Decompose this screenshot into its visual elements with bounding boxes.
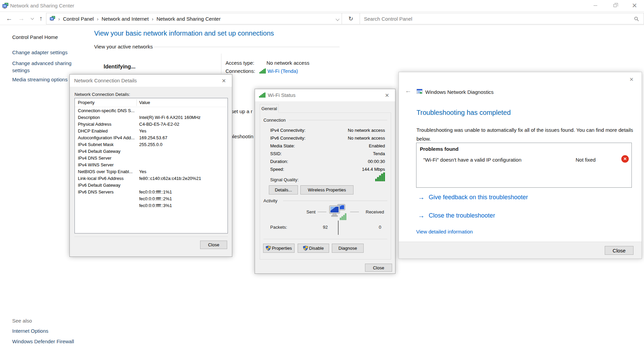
row-value: No network access: [348, 136, 385, 141]
row-value: Yes: [139, 169, 146, 174]
diagnostics-close-button[interactable]: Close: [605, 246, 634, 255]
back-icon: ←: [6, 15, 13, 22]
activity-group-label: Activity: [263, 198, 277, 203]
dialog-title: Wi-Fi Status: [268, 92, 296, 98]
row-value: fec0:0:0:ffff::3%1: [139, 203, 172, 208]
column-value[interactable]: Value: [139, 100, 150, 105]
row-value: fe80::c140:c62a:c41b:2e20%21: [139, 176, 201, 181]
access-type-value: No network access: [266, 60, 309, 66]
back-button[interactable]: ←: [4, 12, 14, 25]
row-value: 00:00:30: [368, 159, 385, 164]
buttons-separator: [263, 239, 387, 239]
breadcrumb-network-and-internet[interactable]: Network and Internet: [102, 16, 149, 22]
view-detailed-information-link[interactable]: View detailed information: [416, 229, 473, 234]
sidebar-item-control-panel-home[interactable]: Control Panel Home: [12, 34, 58, 40]
row-property: DHCP Enabled: [78, 128, 108, 134]
network-activity-icon: [328, 203, 348, 221]
table-row[interactable]: IPv6 DNS Serversfec0:0:0:ffff::1%1: [75, 188, 228, 195]
signal-quality-icon: [375, 172, 385, 181]
diagnostics-app-icon: [416, 88, 423, 95]
dialog-title-bar: Network Connection Details ×: [70, 75, 232, 87]
dialog-close-icon[interactable]: ×: [382, 91, 392, 100]
row-label: Media State:: [270, 143, 295, 148]
table-row[interactable]: IPv4 WINS Server: [75, 161, 228, 168]
row-property: NetBIOS over Tcpip Enabl...: [78, 169, 133, 174]
maximize-restore-button[interactable]: [605, 0, 624, 11]
table-row[interactable]: IPv4 Subnet Mask255.255.0.0: [75, 141, 228, 148]
table-row[interactable]: Autoconfiguration IPv4 Add...169.254.53.…: [75, 134, 228, 141]
table-row[interactable]: Physical AddressC4-BD-E5-7A-E2-02: [75, 121, 228, 127]
sidebar-item-windows-defender-firewall[interactable]: Windows Defender Firewall: [12, 338, 74, 344]
table-row[interactable]: Connection-specific DNS S...: [75, 107, 228, 114]
row-value: Tenda: [373, 151, 385, 156]
recent-pages-button[interactable]: [28, 12, 36, 25]
close-button[interactable]: ✕: [625, 0, 644, 11]
dialog-close-icon[interactable]: ×: [219, 76, 229, 85]
wifi-row: Media State:Enabled: [270, 143, 385, 148]
network-app-icon: [2, 3, 8, 9]
breadcrumb-network-sharing-center[interactable]: Network and Sharing Center: [156, 16, 220, 22]
arrow-right-icon: →: [418, 212, 425, 220]
general-tab-page: Connection IPv4 Connectivity:No network …: [260, 112, 391, 260]
breadcrumb-control-panel[interactable]: Control Panel: [63, 16, 94, 22]
column-divider[interactable]: [136, 99, 137, 106]
search-input[interactable]: [364, 14, 628, 23]
address-bar[interactable]: › Control Panel › Network and Internet ›…: [46, 13, 342, 24]
wifi-row: IPv4 Connectivity:No network access: [270, 128, 385, 133]
table-row[interactable]: fec0:0:0:ffff::2%1: [75, 195, 228, 202]
sidebar-item-change-advanced-sharing[interactable]: Change advanced sharing settings: [12, 60, 72, 74]
sidebar-item-change-adapter-settings[interactable]: Change adapter settings: [12, 49, 67, 55]
minimize-button[interactable]: [586, 0, 605, 11]
sidebar-item-internet-options[interactable]: Internet Options: [12, 328, 48, 334]
tab-general[interactable]: General: [260, 104, 279, 113]
up-button[interactable]: ↑: [37, 12, 45, 25]
forward-icon: →: [18, 15, 25, 22]
window-title: Network and Sharing Center: [10, 3, 74, 8]
refresh-button[interactable]: ↻: [342, 13, 360, 24]
button-label: Details...: [275, 187, 292, 192]
button-label: Properties: [272, 246, 292, 251]
row-value: C4-BD-E5-7A-E2-02: [139, 122, 179, 127]
refresh-icon: ↻: [348, 15, 353, 22]
details-instruction: Network Connection Details:: [74, 92, 130, 97]
row-label: SSID:: [270, 151, 282, 156]
wifi-signal-icon: [259, 68, 266, 74]
page-title: View your basic network information and …: [94, 29, 274, 37]
network-location-icon: [50, 16, 55, 21]
forward-button[interactable]: →: [16, 12, 26, 25]
feedback-link[interactable]: → Give feedback on this troubleshooter: [418, 193, 528, 201]
table-row[interactable]: IPv6 Default Gateway: [75, 182, 228, 188]
table-row[interactable]: NetBIOS over Tcpip Enabl...Yes: [75, 168, 228, 175]
table-row[interactable]: IPv4 Default Gateway: [75, 148, 228, 155]
connection-group-label: Connection: [263, 118, 286, 123]
column-property[interactable]: Property: [78, 100, 94, 105]
address-dropdown-icon[interactable]: [336, 17, 339, 21]
table-row[interactable]: fec0:0:0:ffff::3%1: [75, 202, 228, 209]
wifi-close-button[interactable]: Close: [365, 264, 392, 272]
uac-shield-icon: [266, 246, 271, 251]
diagnostics-back-icon[interactable]: ←: [405, 87, 411, 95]
table-row[interactable]: Link-local IPv6 Addressfe80::c140:c62a:c…: [75, 175, 228, 182]
connections-label: Connections:: [226, 68, 255, 74]
table-row[interactable]: IPv4 DNS Server: [75, 155, 228, 161]
row-property: IPv4 DNS Server: [78, 156, 111, 161]
button-label: Disable: [309, 246, 324, 251]
properties-button[interactable]: Properties: [263, 244, 295, 253]
details-list-header[interactable]: Property Value: [75, 98, 228, 107]
diagnostics-close-icon[interactable]: ×: [627, 75, 636, 84]
crumb-separator-icon: ›: [94, 16, 102, 22]
sidebar-item-media-streaming-options[interactable]: Media streaming options: [12, 77, 67, 82]
disable-button[interactable]: Disable: [298, 244, 329, 253]
table-row[interactable]: DHCP EnabledYes: [75, 127, 228, 134]
details-button[interactable]: Details...: [269, 185, 298, 194]
uac-shield-icon: [303, 246, 308, 251]
wifi-tenda-link[interactable]: Wi-Fi (Tenda): [267, 68, 298, 74]
packets-sent-value: 92: [311, 225, 328, 230]
row-property: IPv4 WINS Server: [78, 162, 113, 167]
wireless-properties-button[interactable]: Wireless Properties: [300, 185, 353, 194]
details-close-button[interactable]: Close: [200, 241, 227, 249]
close-icon: ✕: [632, 2, 637, 9]
diagnose-button[interactable]: Diagnose: [332, 244, 364, 253]
table-row[interactable]: DescriptionIntel(R) Wi-Fi 6 AX201 160MHz: [75, 114, 228, 121]
close-troubleshooter-link[interactable]: → Close the troubleshooter: [418, 212, 495, 220]
